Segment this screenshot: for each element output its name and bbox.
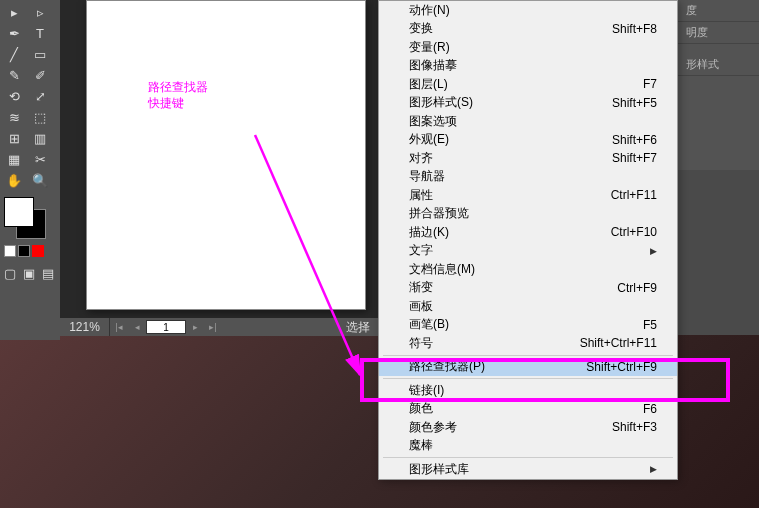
panel-2[interactable]: 明度 (678, 22, 759, 44)
menu-separator (383, 355, 673, 356)
menu-item-label: 对齐 (409, 150, 433, 167)
menu-item[interactable]: 对齐Shift+F7 (379, 149, 677, 168)
menu-item[interactable]: 属性Ctrl+F11 (379, 186, 677, 205)
menu-item-label: 图形样式(S) (409, 94, 473, 111)
zoom-tool-icon[interactable]: 🔍 (28, 170, 52, 190)
menu-item[interactable]: 文字▶ (379, 242, 677, 261)
menu-item[interactable]: 描边(K)Ctrl+F10 (379, 223, 677, 242)
menu-item-label: 符号 (409, 335, 433, 352)
mesh-tool-icon[interactable]: ⊞ (2, 128, 26, 148)
next-page-icon[interactable]: ▸ (187, 320, 203, 334)
line-tool-icon[interactable]: ╱ (2, 44, 26, 64)
menu-item[interactable]: 图形样式(S)Shift+F5 (379, 94, 677, 113)
artboard-tool-icon[interactable]: ▦ (2, 149, 26, 169)
menu-item[interactable]: 链接(I) (379, 381, 677, 400)
menu-item[interactable]: 图案选项 (379, 112, 677, 131)
menu-item[interactable]: 颜色参考Shift+F3 (379, 418, 677, 437)
last-page-icon[interactable]: ▸| (205, 320, 221, 334)
menu-item-label: 图像描摹 (409, 57, 457, 74)
annotation-line2: 快捷键 (148, 96, 208, 112)
menu-item-label: 图层(L) (409, 76, 448, 93)
width-tool-icon[interactable]: ≋ (2, 107, 26, 127)
menu-separator (383, 378, 673, 379)
canvas-area (60, 0, 378, 318)
menu-item[interactable]: 画板 (379, 297, 677, 316)
menu-item-label: 颜色参考 (409, 419, 457, 436)
menu-item-label: 渐变 (409, 279, 433, 296)
menu-item[interactable]: 图形样式库▶ (379, 460, 677, 479)
menu-item[interactable]: 图层(L)F7 (379, 75, 677, 94)
menu-item-label: 路径查找器(P) (409, 358, 485, 375)
menu-item-shortcut: F5 (643, 318, 657, 332)
menu-item-shortcut: Shift+Ctrl+F9 (586, 360, 657, 374)
menu-item-label: 文字 (409, 242, 433, 259)
mini-black[interactable] (18, 245, 30, 257)
menu-item[interactable]: 变量(R) (379, 38, 677, 57)
menu-item-label: 链接(I) (409, 382, 444, 399)
zoom-level[interactable]: 121% (60, 318, 110, 336)
pencil-tool-icon[interactable]: ✐ (28, 65, 52, 85)
first-page-icon[interactable]: |◂ (111, 320, 127, 334)
menu-item[interactable]: 变换Shift+F8 (379, 20, 677, 39)
screen-mode-icon[interactable]: ▢ (2, 263, 19, 283)
menu-item-shortcut: Shift+F6 (612, 133, 657, 147)
menu-item[interactable]: 导航器 (379, 168, 677, 187)
hand-tool-icon[interactable]: ✋ (2, 170, 26, 190)
screen-mode2-icon[interactable]: ▣ (21, 263, 38, 283)
fg-swatch[interactable] (4, 197, 34, 227)
menu-item-shortcut: F7 (643, 77, 657, 91)
mini-white[interactable] (4, 245, 16, 257)
type-tool-icon[interactable]: T (28, 23, 52, 43)
status-text: 选择 (346, 319, 378, 336)
screen-mode3-icon[interactable]: ▤ (39, 263, 56, 283)
menu-separator (383, 457, 673, 458)
graph-tool-icon[interactable]: ▥ (28, 128, 52, 148)
direct-select-icon[interactable]: ▹ (28, 2, 52, 22)
menu-item-shortcut: ▶ (650, 246, 657, 256)
brush-tool-icon[interactable]: ✎ (2, 65, 26, 85)
menu-item-shortcut: Ctrl+F11 (611, 188, 657, 202)
menu-item-shortcut: Shift+F8 (612, 22, 657, 36)
menu-item[interactable]: 渐变Ctrl+F9 (379, 279, 677, 298)
menu-item-shortcut: Shift+F7 (612, 151, 657, 165)
menu-item-label: 拼合器预览 (409, 205, 469, 222)
panel-3[interactable]: 形样式 (678, 54, 759, 76)
rect-tool-icon[interactable]: ▭ (28, 44, 52, 64)
menu-item-shortcut: Shift+F3 (612, 420, 657, 434)
menu-item-shortcut: ▶ (650, 464, 657, 474)
freetransform-icon[interactable]: ⬚ (28, 107, 52, 127)
menu-item[interactable]: 拼合器预览 (379, 205, 677, 224)
menu-item-label: 文档信息(M) (409, 261, 475, 278)
menu-item-label: 画笔(B) (409, 316, 449, 333)
menu-item[interactable]: 路径查找器(P)Shift+Ctrl+F9 (379, 358, 677, 377)
menu-item[interactable]: 符号Shift+Ctrl+F11 (379, 334, 677, 353)
window-menu: 动作(N)变换Shift+F8变量(R)图像描摹图层(L)F7图形样式(S)Sh… (378, 0, 678, 480)
selection-tool-icon[interactable]: ▸ (2, 2, 26, 22)
mini-swatches (2, 245, 58, 257)
mini-none[interactable] (32, 245, 44, 257)
menu-item[interactable]: 图像描摹 (379, 57, 677, 76)
scale-tool-icon[interactable]: ⤢ (28, 86, 52, 106)
menu-item[interactable]: 文档信息(M) (379, 260, 677, 279)
panel-1[interactable]: 度 (678, 0, 759, 22)
page-input[interactable] (146, 320, 186, 334)
menu-item[interactable]: 画笔(B)F5 (379, 316, 677, 335)
menu-item-label: 图形样式库 (409, 461, 469, 478)
artboard[interactable] (86, 0, 366, 310)
slice-tool-icon[interactable]: ✂ (28, 149, 52, 169)
menu-item[interactable]: 动作(N) (379, 1, 677, 20)
pen-tool-icon[interactable]: ✒ (2, 23, 26, 43)
annotation-text: 路径查找器 快捷键 (148, 80, 208, 111)
rotate-tool-icon[interactable]: ⟲ (2, 86, 26, 106)
menu-item-label: 画板 (409, 298, 433, 315)
menu-item[interactable]: 外观(E)Shift+F6 (379, 131, 677, 150)
menu-item-label: 描边(K) (409, 224, 449, 241)
menu-item-shortcut: Ctrl+F9 (617, 281, 657, 295)
menu-item[interactable]: 颜色F6 (379, 400, 677, 419)
menu-item-label: 动作(N) (409, 2, 450, 19)
menu-item-label: 导航器 (409, 168, 445, 185)
color-swatches[interactable] (2, 197, 52, 241)
menu-item[interactable]: 魔棒 (379, 437, 677, 456)
prev-page-icon[interactable]: ◂ (129, 320, 145, 334)
menu-item-shortcut: Shift+F5 (612, 96, 657, 110)
